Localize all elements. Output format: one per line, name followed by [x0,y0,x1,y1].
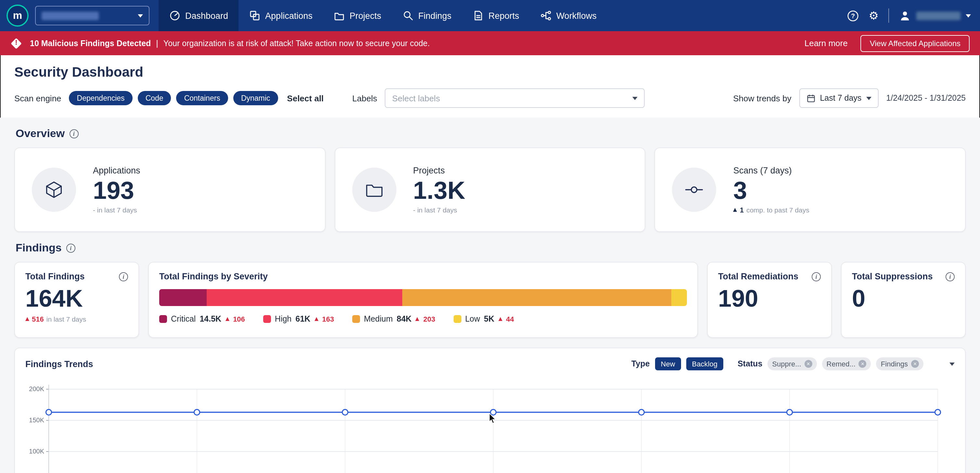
legend-value: 5K [484,314,494,324]
legend-delta: 203 [423,315,436,323]
nav-applications[interactable]: Applications [239,0,323,31]
scan-engine-label: Scan engine [14,93,61,103]
severity-segment-high [207,289,402,306]
up-arrow-icon [25,317,29,321]
stat-value: 164K [25,287,128,312]
card-value: 3 [733,177,810,204]
stat-value: 190 [718,287,821,312]
up-arrow-icon [415,317,420,321]
select-all-link[interactable]: Select all [287,93,324,103]
applications-card: Applications 193 - in last 7 days [14,148,325,232]
total-suppressions-card: Total Suppressions 0 [841,262,966,338]
remediations-info-icon[interactable] [812,272,821,281]
findings-info-icon[interactable] [66,244,75,253]
alert-separator: | [156,39,158,48]
labels-select-input[interactable] [392,93,633,103]
chevron-down-icon [138,14,143,17]
date-range-text: 1/24/2025 - 1/31/2025 [886,94,966,103]
total-remediations-card: Total Remediations 190 [707,262,832,338]
engine-pill-containers[interactable]: Containers [177,91,228,105]
remove-chip-icon[interactable] [859,360,867,368]
view-affected-applications-button[interactable]: View Affected Applications [861,35,970,52]
nav-findings[interactable]: Findings [391,0,462,31]
nav-label: Workflows [556,11,597,21]
chevron-down-icon[interactable] [950,362,955,365]
legend-high: High 61K 163 [263,314,334,324]
legend-swatch [352,315,360,323]
legend-delta: 44 [506,315,514,323]
trends-title: Findings Trends [25,359,93,369]
overview-heading: Overview [16,127,65,140]
malicious-findings-alert-banner: ! 10 Malicious Findings Detected | Your … [0,31,980,55]
severity-breakdown-card: Total Findings by Severity Critical 14.5… [148,262,698,338]
status-chip-findings[interactable]: Findings [877,357,923,370]
nav-label: Findings [418,11,451,21]
overview-cards: Applications 193 - in last 7 days Projec… [14,148,966,232]
engine-pill-dependencies[interactable]: Dependencies [69,91,132,105]
findings-trends-card: Findings Trends Type New Backlog Status … [14,348,966,473]
remove-chip-icon[interactable] [911,360,919,368]
status-chip-suppressions[interactable]: Suppre... [767,357,816,370]
suppressions-info-icon[interactable] [945,272,955,281]
nav-workflows[interactable]: Workflows [530,0,607,31]
remove-chip-icon[interactable] [805,360,812,368]
engine-pill-code[interactable]: Code [138,91,171,105]
legend-swatch [263,315,271,323]
calendar-icon [806,94,815,103]
severity-legend: Critical 14.5K 106 High 61K 163 [159,314,687,324]
labels-select[interactable] [385,88,645,108]
severity-segment-low [671,289,687,306]
legend-name: High [275,314,291,324]
nav-reports[interactable]: Reports [462,0,530,31]
legend-name: Medium [364,314,393,324]
malicious-diamond-icon: ! [10,37,22,49]
trend-period-select[interactable]: Last 7 days [799,88,878,108]
legend-medium: Medium 84K 203 [352,314,436,324]
chevron-down-icon [866,97,871,100]
page-title: Security Dashboard [14,64,966,80]
findings-search-icon [402,10,414,21]
org-selector-dropdown[interactable] [35,6,150,25]
nav-label: Dashboard [185,11,228,21]
up-arrow-icon [314,317,318,321]
stat-label: Total Remediations [718,271,799,281]
overview-info-icon[interactable] [69,129,78,138]
learn-more-link[interactable]: Learn more [805,38,848,48]
help-icon[interactable]: ? [847,10,859,22]
nav-label: Reports [488,11,519,21]
nav-dashboard[interactable]: Dashboard [159,0,239,31]
card-label: Scans (7 days) [733,165,810,175]
nav-projects[interactable]: Projects [323,0,392,31]
settings-gear-icon[interactable] [869,10,879,21]
nav-label: Projects [350,11,382,21]
workflows-branch-icon [540,10,552,21]
severity-card-title: Total Findings by Severity [159,271,268,281]
legend-delta: 106 [233,315,245,323]
type-pill-new[interactable]: New [655,357,681,370]
engine-pill-dynamic[interactable]: Dynamic [233,91,278,105]
type-pill-backlog[interactable]: Backlog [686,357,723,370]
scan-commit-icon [684,179,705,200]
type-label: Type [632,359,650,368]
total-findings-info-icon[interactable] [119,272,128,281]
user-menu[interactable] [899,10,971,22]
divider [888,8,889,23]
legend-name: Low [465,314,480,324]
user-avatar-icon [899,10,911,22]
stat-delta: 516 [32,315,44,323]
chip-label: Remed... [827,360,856,368]
applications-icon [249,10,261,21]
card-value: 193 [93,177,140,204]
legend-delta: 163 [322,315,334,323]
show-trends-by-label: Show trends by [733,93,791,103]
svg-text:?: ? [851,12,854,19]
findings-heading: Findings [16,242,62,255]
legend-critical: Critical 14.5K 106 [159,314,245,324]
projects-folder-icon [333,10,345,21]
svg-text:200K: 200K [29,385,44,392]
stat-value: 0 [852,287,955,312]
findings-trends-line-chart: 200K150K100K [25,379,955,473]
card-delta: 1 [740,206,744,214]
status-chip-remediations[interactable]: Remed... [822,357,871,370]
mend-logo[interactable] [6,5,29,27]
